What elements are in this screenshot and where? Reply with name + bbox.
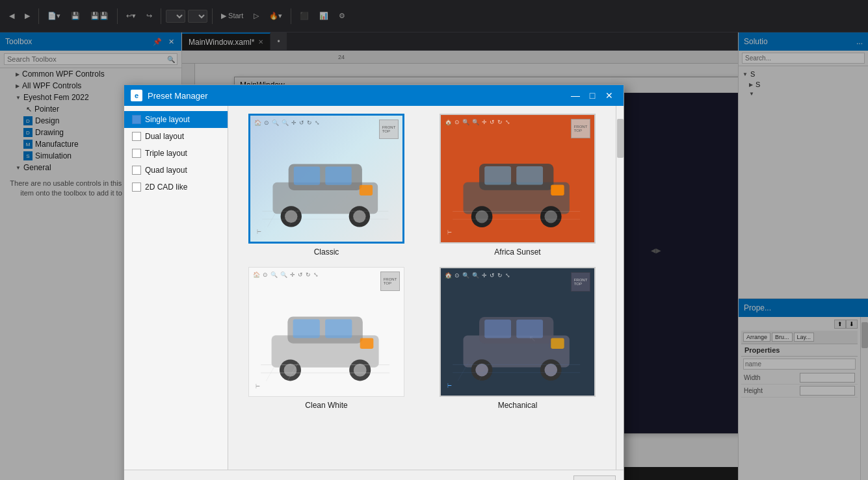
2d-cad-label: 2D CAD like <box>145 183 187 192</box>
dual-layout-label: Dual layout <box>145 132 184 141</box>
modal-body: Single layout Dual layout Triple layout … <box>124 106 624 470</box>
preset-card-classic[interactable]: 🏠⊙🔍🔍✛↺↻⤡ FRONTTOP <box>236 114 417 257</box>
sidebar-item-quad-layout[interactable]: Quad layout <box>124 162 228 179</box>
preset-manager-modal: e Preset Manager — □ ✕ Single layout Du <box>124 84 624 480</box>
preset-name-africa: Africa Sunset <box>494 247 540 257</box>
triple-layout-checkbox <box>132 149 141 158</box>
thumb-toolbar-classic: 🏠⊙🔍🔍✛↺↻⤡ <box>254 120 320 126</box>
svg-rect-32 <box>360 338 374 349</box>
modal-sidebar: Single layout Dual layout Triple layout … <box>124 106 228 470</box>
preset-name-white: Clean White <box>305 401 347 410</box>
svg-point-40 <box>475 364 488 377</box>
preset-card-white[interactable]: 🏠⊙🔍🔍✛↺↻⤡ FRONTTOP <box>236 267 417 410</box>
preset-card-mechanical[interactable]: 🏠⊙🔍🔍✛↺↻⤡ FRONTTOP ↖ <box>427 267 608 410</box>
preset-thumbnail-classic: 🏠⊙🔍🔍✛↺↻⤡ FRONTTOP <box>248 114 404 244</box>
svg-rect-44 <box>516 320 543 338</box>
car-svg-classic <box>257 135 394 230</box>
triple-layout-label: Triple layout <box>145 149 187 158</box>
load-button[interactable]: Load <box>573 475 616 480</box>
svg-rect-7 <box>325 167 351 185</box>
modal-icon-text: e <box>135 92 138 99</box>
preset-thumbnail-white: 🏠⊙🔍🔍✛↺↻⤡ FRONTTOP <box>248 267 404 397</box>
svg-rect-31 <box>325 320 352 338</box>
car-svg-mechanical <box>447 288 585 383</box>
modal-content-grid: 🏠⊙🔍🔍✛↺↻⤡ FRONTTOP <box>228 106 616 470</box>
modal-app-icon: e <box>131 90 142 101</box>
thumb-axis-white: ⊢ <box>256 384 260 390</box>
modal-title-container: e Preset Manager <box>131 90 208 101</box>
svg-point-3 <box>285 210 297 223</box>
preset-card-africa[interactable]: 🏠⊙🔍🔍✛↺↻⤡ FRONTTOP <box>427 114 608 257</box>
thumb-axis-mechanical: ⊢ <box>447 383 452 389</box>
svg-point-42 <box>544 364 557 377</box>
preset-thumbnail-mechanical: 🏠⊙🔍🔍✛↺↻⤡ FRONTTOP ↖ <box>440 267 596 397</box>
2d-cad-checkbox <box>132 183 141 192</box>
svg-point-16 <box>475 210 488 223</box>
modal-scroll-thumb <box>617 119 624 158</box>
modal-titlebar: e Preset Manager — □ ✕ <box>124 85 624 106</box>
preset-name-classic: Classic <box>314 247 339 257</box>
svg-point-5 <box>353 210 365 223</box>
sidebar-item-dual-layout[interactable]: Dual layout <box>124 128 228 145</box>
thumb-axis-classic: ⊢ <box>257 229 261 235</box>
svg-rect-45 <box>551 338 564 349</box>
svg-point-18 <box>544 210 557 223</box>
modal-scrollbar[interactable] <box>616 106 624 470</box>
sidebar-item-2d-cad[interactable]: 2D CAD like <box>124 179 228 196</box>
svg-rect-8 <box>360 185 373 196</box>
preset-thumbnail-africa: 🏠⊙🔍🔍✛↺↻⤡ FRONTTOP <box>440 114 596 244</box>
modal-minimize-button[interactable]: — <box>568 88 583 103</box>
thumb-axis-africa: ⊢ <box>447 230 452 236</box>
svg-rect-43 <box>484 320 511 338</box>
modal-footer: Show the presets manager every time the … <box>124 470 624 480</box>
modal-maximize-button[interactable]: □ <box>585 88 600 103</box>
modal-title-text: Preset Manager <box>148 91 208 101</box>
thumb-toolbar-white: 🏠⊙🔍🔍✛↺↻⤡ <box>253 272 319 278</box>
car-svg-white <box>256 287 395 384</box>
thumb-toolbar-mechanical: 🏠⊙🔍🔍✛↺↻⤡ <box>445 272 510 279</box>
thumb-toolbar-africa: 🏠⊙🔍🔍✛↺↻⤡ <box>445 119 510 125</box>
car-svg-africa <box>447 134 585 230</box>
svg-rect-21 <box>551 185 564 196</box>
svg-rect-20 <box>516 166 543 185</box>
svg-rect-30 <box>293 320 320 338</box>
svg-rect-6 <box>294 167 320 185</box>
preset-name-mechanical: Mechanical <box>498 401 538 410</box>
svg-line-48 <box>458 362 468 381</box>
quad-layout-label: Quad layout <box>145 166 187 175</box>
svg-point-29 <box>354 364 367 377</box>
modal-overlay: e Preset Manager — □ ✕ Single layout Du <box>0 0 868 480</box>
sidebar-item-triple-layout[interactable]: Triple layout <box>124 145 228 162</box>
sidebar-item-single-layout[interactable]: Single layout <box>124 111 228 128</box>
single-layout-checkbox <box>132 115 141 124</box>
modal-close-button[interactable]: ✕ <box>601 88 617 103</box>
modal-controls: — □ ✕ <box>568 88 617 103</box>
quad-layout-checkbox <box>132 166 141 175</box>
dual-layout-checkbox <box>132 132 141 141</box>
single-layout-label: Single layout <box>145 115 190 124</box>
svg-rect-19 <box>484 166 511 185</box>
svg-point-27 <box>284 364 297 377</box>
